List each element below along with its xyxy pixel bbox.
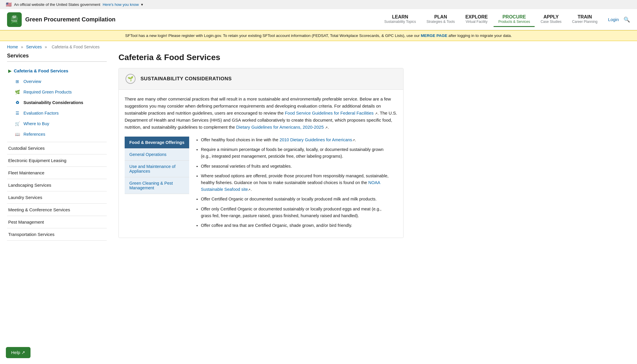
breadcrumb: Home » Services » Cafeteria & Food Servi… [0,41,637,53]
sidebar-item-meeting[interactable]: Meeting & Conference Services [7,204,107,216]
breadcrumb-sep1: » [21,45,24,49]
chevron-down-icon: ▾ [141,2,143,7]
list-item: Offer coffee and tea that are Certified … [201,222,392,229]
sidebar: Services ▶ Cafeteria & Food Services ⊞ O… [7,53,107,241]
sidebar-sub-overview[interactable]: ⊞ Overview [13,76,107,87]
gov-banner: 🇺🇸 An official website of the United Sta… [0,0,637,9]
nav-train[interactable]: TRAIN Career Planning [567,12,602,27]
leaf-icon: 🌿 [14,89,21,95]
sidebar-item-pest[interactable]: Pest Management [7,216,107,228]
alert-banner: SFTool has a new login! Please register … [0,30,637,41]
list-item: Require a minimum percentage of foods be… [201,146,392,160]
sidebar-section-cafeteria: ▶ Cafeteria & Food Services ⊞ Overview 🌿… [7,65,107,142]
login-link[interactable]: Login [608,17,619,22]
tabs-content-layout: Food & Beverage Offerings General Operat… [125,137,397,232]
content-area: Cafeteria & Food Services 🌱 SUSTAINABILI… [118,53,404,241]
main-layout: Services ▶ Cafeteria & Food Services ⊞ O… [0,53,411,252]
sidebar-item-cafeteria-label: Cafeteria & Food Services [14,68,68,73]
sustainability-intro: There are many other commercial practice… [125,96,397,131]
search-icon[interactable]: 🔍 [624,16,630,23]
sidebar-sub-green-products[interactable]: 🌿 Required Green Products [13,87,107,97]
nav-apply[interactable]: APPLY Case Studies [536,12,566,27]
external-link-icon-1: ↗ [375,112,377,115]
sidebar-sub-references[interactable]: 📖 References [13,129,107,140]
bullet-list: Offer healthy food choices in line with … [195,137,392,229]
sidebar-sub-green-label: Required Green Products [23,90,72,94]
external-link-icon-2: ↗ [325,126,328,129]
arrow-right-icon: ▶ [8,69,11,73]
bullet-text-1b: . [355,137,356,142]
nav-explore[interactable]: EXPLORE Virtual Facility [461,12,492,27]
list-item: Offer healthy food choices in line with … [201,137,392,143]
sustainability-card-header: 🌱 SUSTAINABILITY CONSIDERATIONS [119,68,403,90]
tab-use-maintenance[interactable]: Use and Maintenance of Appliances [125,161,189,177]
sidebar-sub-eval-label: Evaluation Factors [23,111,59,115]
main-nav: LEARN Sustainability Topics PLAN Strateg… [380,12,630,27]
sftool-logo-icon: SF TOOL [7,12,22,27]
site-title: Green Procurement Compilation [25,16,116,23]
gov-banner-link[interactable]: Here's how you know [103,2,139,7]
sustainability-body: There are many other commercial practice… [119,90,403,238]
sidebar-sub-items: ⊞ Overview 🌿 Required Green Products ♻ S… [7,76,107,142]
bullet-text-1a: Offer healthy food choices in line with … [201,137,279,142]
intro-text-3: . [328,125,329,130]
site-header: SF TOOL Green Procurement Compilation LE… [0,9,637,30]
food-guidelines-link[interactable]: Food Service Guidelines for Federal Faci… [285,110,374,115]
bullet-text-4a: Where seafood options are offered, provi… [201,174,389,185]
list-item: Where seafood options are offered, provi… [201,173,392,193]
nav-plan[interactable]: PLAN Strategies & Tools [422,12,460,27]
grid-icon: ⊞ [14,78,21,85]
list-item: Offer seasonal varieties of fruits and v… [201,163,392,170]
breadcrumb-home[interactable]: Home [7,45,18,49]
sidebar-title: Services [7,53,107,62]
sidebar-item-electronic[interactable]: Electronic Equipment Leasing [7,154,107,167]
alert-text-before: SFTool has a new login! Please register … [125,33,421,38]
list-icon: ☰ [14,110,21,116]
merge-page-link[interactable]: MERGE PAGE [421,33,448,38]
list-item: Offer only Certified Organic or document… [201,206,392,219]
tab-food-beverage[interactable]: Food & Beverage Offerings [125,137,189,149]
breadcrumb-current: Cafeteria & Food Services [52,45,99,49]
sidebar-sub-buy-label: Where to Buy [23,121,49,126]
sustainability-card: 🌱 SUSTAINABILITY CONSIDERATIONS There ar… [118,68,404,238]
sidebar-item-transportation[interactable]: Transportation Services [7,228,107,241]
sidebar-item-cafeteria[interactable]: ▶ Cafeteria & Food Services [7,65,107,76]
alert-text-after: after logging in to migrate your data. [447,33,512,38]
dietary-guidelines-link[interactable]: Dietary Guidelines for Americans, 2020-2… [236,125,324,130]
sidebar-sub-sustain-label: Sustainability Considerations [23,100,83,105]
bullet-text-4b: . [250,187,252,192]
tab-green-cleaning[interactable]: Green Cleaning & Pest Management [125,177,189,194]
sidebar-sub-where-to-buy[interactable]: 🛒 Where to Buy [13,118,107,129]
cart-icon: 🛒 [14,120,21,127]
sidebar-item-landscaping[interactable]: Landscaping Services [7,179,107,191]
sustainability-icon: 🌱 [125,73,136,85]
recycle-icon: ♻ [14,99,21,106]
svg-text:🌱: 🌱 [128,76,133,81]
bullet-content: Offer healthy food choices in line with … [189,137,397,232]
list-item: Offer Certified Organic or documented su… [201,196,392,203]
nav-learn[interactable]: LEARN Sustainability Topics [380,12,421,27]
tabs-panel: Food & Beverage Offerings General Operat… [125,137,189,232]
svg-text:SF: SF [12,15,16,19]
external-icon-bullet1: ↗ [352,138,355,142]
gov-banner-text: An official website of the United States… [14,2,100,7]
sidebar-item-fleet[interactable]: Fleet Maintenance [7,167,107,179]
sidebar-sub-overview-label: Overview [23,79,41,84]
site-logo: SF TOOL Green Procurement Compilation [7,12,116,27]
tab-general-ops[interactable]: General Operations [125,149,189,161]
breadcrumb-services[interactable]: Services [26,45,42,49]
sidebar-sub-sustainability[interactable]: ♻ Sustainability Considerations [13,97,107,108]
sidebar-item-custodial[interactable]: Custodial Services [7,142,107,154]
breadcrumb-sep2: » [45,45,48,49]
page-title: Cafeteria & Food Services [118,53,404,62]
book-icon: 📖 [14,131,21,137]
dietary-2010-link[interactable]: 2010 Dietary Guidelines for Americans [279,137,352,142]
sustainability-heading: SUSTAINABILITY CONSIDERATIONS [140,76,232,82]
sidebar-sub-refs-label: References [23,132,45,137]
sidebar-item-laundry[interactable]: Laundry Services [7,191,107,204]
sidebar-sub-evaluation[interactable]: ☰ Evaluation Factors [13,108,107,118]
nav-procure[interactable]: PROCURE Products & Services [494,12,535,27]
flag-icon: 🇺🇸 [6,2,12,7]
